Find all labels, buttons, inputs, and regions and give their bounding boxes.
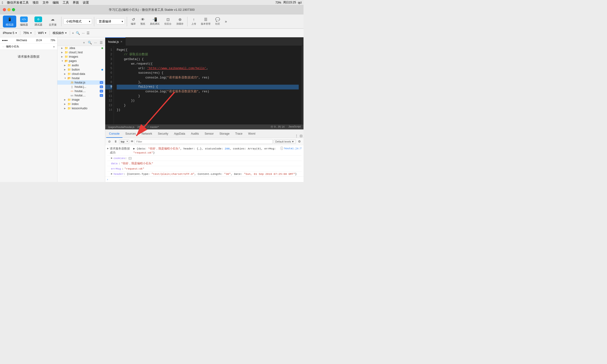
tree-arrow-index: ▶	[64, 103, 66, 105]
devtools-tab-sources[interactable]: Sources	[122, 130, 139, 138]
console-line-data: data : "你好，我是编程小石头"	[107, 161, 302, 166]
tab-close-icon[interactable]: ✕	[120, 40, 122, 43]
real-test-icon: 📲	[152, 17, 157, 22]
more-button[interactable]: »	[223, 18, 229, 25]
tree-item-images[interactable]: ▶ 📁 images	[57, 54, 105, 59]
tree-item-houtai[interactable]: ▼ 📂 houtai	[57, 76, 105, 80]
tree-item-pages[interactable]: ▼ 📂 pages	[57, 59, 105, 63]
add-icon[interactable]: +	[72, 31, 74, 35]
filetree-search-icon[interactable]: 🔍	[87, 40, 92, 45]
debugger-button[interactable]: ⚙ 调试器	[32, 15, 45, 27]
miniprogram-mode-select[interactable]: 小程序模式	[63, 18, 92, 24]
devtools-clear-btn[interactable]: ⊘	[107, 139, 112, 144]
menu-project[interactable]: 项目	[33, 0, 39, 5]
console-source-main[interactable]: houtai.js:7	[284, 147, 302, 151]
zoom-select[interactable]: 75%	[22, 31, 33, 35]
devtools-tab-network[interactable]: Network	[139, 130, 155, 138]
devtools-tab-sensor[interactable]: Sensor	[202, 130, 217, 138]
editor-button[interactable]: </> 编辑器	[17, 15, 31, 27]
menu-interface[interactable]: 界面	[73, 0, 79, 5]
tree-item-houtai-js[interactable]: ▶ JS houtai.js U	[57, 80, 105, 85]
menu-file[interactable]: 文件	[43, 0, 49, 5]
editor-panel: houtai.js ✕ 1 2 3 4 5 6 7 8 9	[105, 37, 304, 129]
device-select[interactable]: iPhone 5	[2, 31, 18, 35]
menu-edit[interactable]: 编辑	[53, 0, 59, 5]
devtools-tab-storage[interactable]: Storage	[217, 130, 232, 138]
tree-label-houtai: houtai	[72, 77, 80, 80]
devtools-tab-security[interactable]: Security	[155, 130, 171, 138]
prompt-arrow-icon: ›	[107, 178, 108, 181]
code-content[interactable]: Page({ // 获取后台数据 getData() { wx.request(…	[114, 46, 302, 124]
expand-arrow-main[interactable]: ▶	[107, 147, 109, 151]
cloud-button[interactable]: ☁ 云开发	[46, 15, 59, 27]
list-icon[interactable]: ☰	[87, 31, 90, 35]
console-line-main: ▶ 请求服务器数据成功 ▶ {data: "你好，我是编程小石头", heade…	[107, 146, 302, 156]
tree-item-idea[interactable]: ▶ 📁 .idea	[57, 46, 105, 50]
menu-tools[interactable]: 工具	[63, 0, 69, 5]
code-line-2: // 获取后台数据	[117, 52, 299, 57]
traffic-light-minimize[interactable]	[7, 8, 11, 11]
preview-button[interactable]: 👁 预览	[139, 16, 147, 26]
tree-item-audio[interactable]: ▶ 📁 audio	[57, 63, 105, 67]
network-select[interactable]: WiFi	[37, 31, 48, 35]
badge-houtai-wxss: U	[100, 94, 103, 97]
search-icon[interactable]: 🔍	[76, 31, 80, 35]
tree-item-button[interactable]: ▶ 📁 button	[57, 67, 105, 72]
tree-item-image[interactable]: ▶ 📁 image	[57, 98, 105, 102]
tree-item-index[interactable]: ▶ 📁 index	[57, 102, 105, 106]
info-icon[interactable]: i	[280, 147, 284, 150]
tree-item-houtai-wxml[interactable]: ▶ <> houtai.... U	[57, 89, 105, 93]
devtools-pause-btn[interactable]: ⏸	[113, 139, 118, 144]
backend-button[interactable]: ⊡ 切后台	[162, 16, 173, 26]
tree-item-houtai-json[interactable]: ▶ {} houtai.j... U	[57, 85, 105, 89]
main-layout: ●●●● WeChat令 15:24 73% ··· 编程小石头 ● 请求服务器…	[0, 37, 304, 182]
devtools-tab-trace[interactable]: Trace	[232, 130, 245, 138]
tree-item-houtai-wxss[interactable]: ▶ wx houtai.... U	[57, 93, 105, 98]
menu-wechat-devtools[interactable]: 微信开发者工具	[7, 0, 29, 5]
simulator-button[interactable]: 📱 模拟器	[3, 15, 16, 27]
devtools-dock-icon[interactable]: ⊡	[300, 134, 303, 138]
filter-input[interactable]	[135, 139, 273, 144]
console-cookies: cookies: []	[114, 156, 132, 160]
devtools-tab-appdata[interactable]: AppData	[171, 130, 188, 138]
traffic-light-close[interactable]	[3, 8, 6, 11]
eye-icon[interactable]: 👁	[130, 140, 134, 143]
top-select[interactable]: top	[119, 139, 129, 144]
console-output[interactable]: ▶ 请求服务器数据成功 ▶ {data: "你好，我是编程小石头", heade…	[105, 145, 304, 176]
traffic-light-maximize[interactable]	[12, 8, 15, 11]
upload-label: 上传	[191, 22, 196, 26]
compile-mode-select[interactable]: 普通编译	[96, 18, 125, 24]
devtools-tab-wxml[interactable]: Wxml	[245, 130, 258, 138]
operation-select[interactable]: 模拟操作	[52, 31, 68, 35]
clear-cache-button[interactable]: ⊛ 清缓存	[174, 16, 185, 26]
tree-item-lesson-audio[interactable]: ▶ 📁 lessonAudio	[57, 106, 105, 110]
editor-tab-houtai-js[interactable]: houtai.js ✕	[105, 37, 126, 46]
filetree-more-icon[interactable]: ···	[93, 40, 98, 45]
devtools-settings-btn[interactable]: ⚙	[297, 139, 302, 144]
upload-button[interactable]: ↑ 上传	[189, 16, 198, 26]
devtools-tab-audits[interactable]: Audits	[188, 130, 202, 138]
more-dots-icon[interactable]: ···	[82, 31, 85, 35]
editor-tabs: houtai.js ✕	[105, 37, 304, 46]
filetree-list-icon[interactable]: ☰	[99, 40, 103, 45]
expand-arrow-header[interactable]: ▶	[111, 172, 113, 176]
line-num-10: 10	[105, 90, 112, 94]
phone-app: WeChat令	[16, 39, 27, 42]
real-test-button[interactable]: 📲 真机调试	[148, 16, 161, 26]
expand-arrow-cookies[interactable]: ▶	[111, 156, 113, 160]
log-levels-btn[interactable]: Default levels ▼	[274, 139, 296, 144]
compile-button[interactable]: ↺ 编译	[129, 16, 138, 26]
simulator-label: 模拟器	[6, 23, 14, 26]
phone-nav-bar: ··· 编程小石头 ●	[0, 43, 57, 50]
filetree-add-icon[interactable]: +	[82, 40, 86, 45]
tab-filename: houtai.js	[108, 40, 119, 43]
community-button[interactable]: 💬 社区	[213, 16, 222, 26]
devtools-more-icon[interactable]: ⋮	[295, 134, 298, 138]
tree-item-cloud-data[interactable]: ▶ 📁 cloud-data	[57, 72, 105, 76]
menu-settings[interactable]: 设置	[83, 0, 89, 5]
console-errmsg-key: errMsg	[111, 167, 121, 171]
devtools-tab-console[interactable]: Console	[106, 130, 122, 138]
tree-item-cloud-test[interactable]: ▶ 📁 cloud | test	[57, 50, 105, 54]
scroll-indicator[interactable]	[302, 46, 304, 124]
version-button[interactable]: ☰ 版本管理	[199, 16, 212, 26]
